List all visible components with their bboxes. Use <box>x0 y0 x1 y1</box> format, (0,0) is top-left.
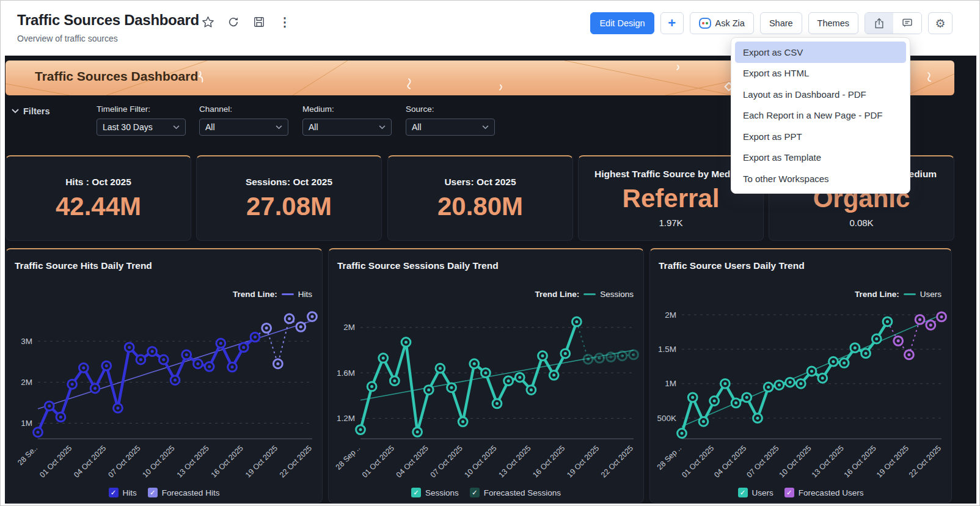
filters-toggle-label: Filters <box>23 106 50 116</box>
checkbox-icon: ✓ <box>738 488 748 497</box>
edit-design-button[interactable]: Edit Design <box>590 12 654 34</box>
checkbox-sessions[interactable]: ✓ Sessions <box>411 488 459 497</box>
kpi-card-users[interactable]: Users: Oct 2025 20.80M <box>387 155 573 241</box>
checkbox-label: Forecasted Hits <box>162 488 220 497</box>
svg-text:22 Oct 2025: 22 Oct 2025 <box>278 444 313 479</box>
checkbox-forecasted-hits[interactable]: ✓ Forecasted Hits <box>148 488 220 497</box>
menu-item-other-workspaces[interactable]: To other Workspaces <box>735 168 906 189</box>
medium-filter-label: Medium: <box>302 105 392 114</box>
timeline-filter-select[interactable]: Last 30 Days <box>97 119 186 136</box>
svg-text:19 Oct 2025: 19 Oct 2025 <box>565 444 601 479</box>
checkbox-hits[interactable]: ✓ Hits <box>109 488 137 497</box>
filter-group-channel: Channel: All <box>199 105 288 136</box>
export-menu: Export as CSV Export as HTML Layout as i… <box>731 37 910 194</box>
svg-text:1.6M: 1.6M <box>337 369 355 378</box>
legend-line-swatch <box>904 293 916 295</box>
ask-zia-button[interactable]: Ask Zia <box>690 12 754 34</box>
export-comment-group <box>865 12 922 34</box>
svg-text:19 Oct 2025: 19 Oct 2025 <box>875 444 910 479</box>
series-toggle-row: ✓ Sessions ✓ Forecasted Sessions <box>329 488 643 497</box>
menu-item-export-csv[interactable]: Export as CSV <box>735 42 906 63</box>
svg-text:28 Sep ..: 28 Sep .. <box>656 444 683 471</box>
menu-item-export-ppt[interactable]: Export as PPT <box>735 126 906 147</box>
medium-filter-value: All <box>309 122 318 132</box>
sessions-trend-plot[interactable]: 1.2M1.6M2M28 Sep ..01 Oct 202504 Oct 202… <box>332 303 641 486</box>
save-button[interactable] <box>251 14 267 30</box>
svg-text:01 Oct 2025: 01 Oct 2025 <box>38 444 73 479</box>
checkbox-label: Forecasted Users <box>799 488 864 497</box>
kebab-menu-icon: ⋮ <box>279 15 291 29</box>
svg-text:01 Oct 2025: 01 Oct 2025 <box>680 444 715 479</box>
medium-filter-select[interactable]: All <box>302 119 392 136</box>
svg-text:19 Oct 2025: 19 Oct 2025 <box>244 444 279 479</box>
menu-item-each-report-pdf[interactable]: Each Report in a New Page - PDF <box>735 105 906 127</box>
checkbox-forecasted-sessions[interactable]: ✓ Forecasted Sessions <box>470 488 561 497</box>
refresh-icon <box>227 16 240 28</box>
star-icon <box>202 16 214 29</box>
export-button[interactable] <box>865 13 893 34</box>
legend-series-name: Sessions <box>600 290 634 299</box>
svg-text:04 Oct 2025: 04 Oct 2025 <box>712 444 748 479</box>
svg-text:07 Oct 2025: 07 Oct 2025 <box>106 444 142 479</box>
kpi-subvalue: 1.97K <box>659 218 682 228</box>
chart-card-hits: Traffic Source Hits Daily Trend Trend Li… <box>5 248 323 503</box>
svg-text:1.5M: 1.5M <box>658 345 676 354</box>
menu-item-layout-dashboard-pdf[interactable]: Layout as in Dashboard - PDF <box>735 84 906 105</box>
chevron-down-icon <box>173 125 180 130</box>
filters-toggle[interactable]: Filters <box>12 106 50 116</box>
kpi-title: Highest Traffic Source by Medium <box>594 169 747 180</box>
svg-text:13 Oct 2025: 13 Oct 2025 <box>497 444 532 479</box>
menu-item-export-template[interactable]: Export as Template <box>735 147 906 169</box>
svg-text:16 Oct 2025: 16 Oct 2025 <box>843 444 878 479</box>
users-trend-plot[interactable]: 500K1M1.5M2M28 Sep ..01 Oct 202504 Oct 2… <box>654 303 949 486</box>
chart-legend: Trend Line: Hits <box>233 290 312 299</box>
ask-zia-label: Ask Zia <box>715 18 745 28</box>
settings-button[interactable]: ⚙ <box>928 12 953 34</box>
favorite-button[interactable] <box>200 14 216 30</box>
kpi-card-hits[interactable]: Hits : Oct 2025 42.44M <box>5 155 191 241</box>
svg-text:22 Oct 2025: 22 Oct 2025 <box>599 444 635 479</box>
channel-filter-label: Channel: <box>199 105 288 114</box>
share-button[interactable]: Share <box>760 12 802 34</box>
channel-filter-value: All <box>205 122 215 132</box>
svg-text:01 Oct 2025: 01 Oct 2025 <box>360 444 396 479</box>
svg-text:13 Oct 2025: 13 Oct 2025 <box>175 444 211 479</box>
checkbox-forecasted-users[interactable]: ✓ Forecasted Users <box>784 488 864 497</box>
kpi-card-sessions[interactable]: Sessions: Oct 2025 27.08M <box>196 155 382 241</box>
chevron-down-icon <box>379 125 386 130</box>
timeline-filter-value: Last 30 Days <box>103 122 153 132</box>
source-filter-select[interactable]: All <box>406 119 495 136</box>
svg-text:28 Sep ..: 28 Sep .. <box>334 444 362 471</box>
svg-text:1M: 1M <box>665 379 676 388</box>
series-toggle-row: ✓ Hits ✓ Forecasted Hits <box>6 488 322 497</box>
hits-trend-plot[interactable]: 1M2M3M28 Se..01 Oct 202504 Oct 202507 Oc… <box>10 303 320 486</box>
checkbox-users[interactable]: ✓ Users <box>738 488 773 497</box>
legend-label: Trend Line: <box>855 290 899 299</box>
svg-text:500K: 500K <box>657 414 676 423</box>
menu-item-export-html[interactable]: Export as HTML <box>735 63 906 84</box>
comments-button[interactable] <box>893 13 921 34</box>
checkbox-label: Sessions <box>425 488 459 497</box>
chevron-down-icon <box>12 109 19 114</box>
svg-text:10 Oct 2025: 10 Oct 2025 <box>778 444 813 479</box>
add-button[interactable]: + <box>660 12 684 34</box>
filter-group-timeline: Timeline Filter: Last 30 Days <box>97 105 186 136</box>
kpi-value: Referral <box>623 185 720 212</box>
chevron-down-icon <box>276 125 282 130</box>
refresh-button[interactable] <box>225 14 241 30</box>
kpi-value: 20.80M <box>437 193 523 220</box>
channel-filter-select[interactable]: All <box>199 119 288 136</box>
checkbox-icon: ✓ <box>109 488 119 497</box>
more-options-button[interactable]: ⋮ <box>277 14 293 30</box>
legend-series-name: Users <box>920 290 942 299</box>
page-subtitle: Overview of traffic sources <box>17 34 118 43</box>
zia-icon <box>699 18 711 29</box>
svg-text:13 Oct 2025: 13 Oct 2025 <box>810 444 846 479</box>
svg-text:04 Oct 2025: 04 Oct 2025 <box>395 444 430 479</box>
checkbox-label: Hits <box>123 488 137 497</box>
gear-icon: ⚙ <box>935 18 945 29</box>
legend-label: Trend Line: <box>535 290 579 299</box>
page-title: Traffic Sources Dashboard <box>17 12 199 29</box>
themes-button[interactable]: Themes <box>808 12 858 34</box>
kpi-title: Users: Oct 2025 <box>444 177 516 188</box>
